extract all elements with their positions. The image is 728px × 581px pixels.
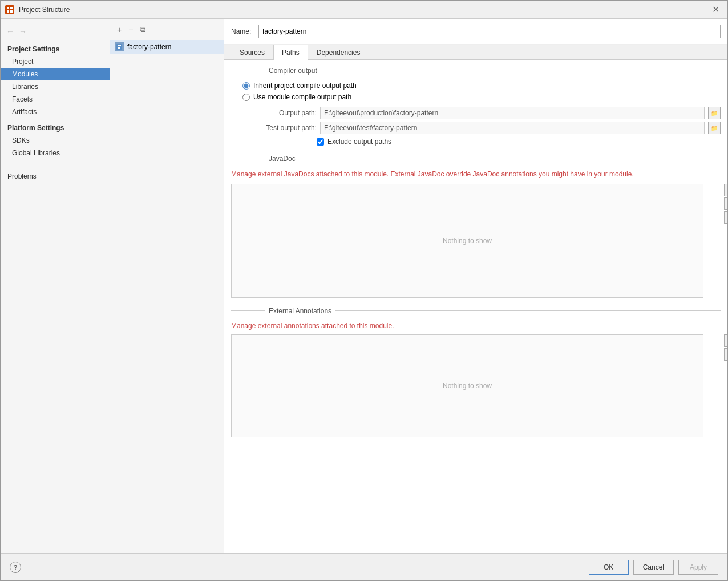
ok-button[interactable]: OK xyxy=(589,560,629,575)
titlebar: Project Structure ✕ xyxy=(1,1,727,19)
name-input[interactable] xyxy=(258,25,721,38)
remove-module-button[interactable]: − xyxy=(126,24,135,35)
panel-content: Compiler output Inherit project compile … xyxy=(224,60,727,553)
bottom-bar: ? OK Cancel Apply xyxy=(1,553,727,580)
exclude-checkbox[interactable] xyxy=(317,138,324,146)
svg-rect-2 xyxy=(7,10,9,13)
cancel-button[interactable]: Cancel xyxy=(633,560,674,575)
back-button[interactable]: ← xyxy=(5,26,15,37)
module-radio-label: Use module compile output path xyxy=(253,93,351,101)
main-content: ← → Project Settings Project Modules Lib… xyxy=(1,19,727,553)
compiler-section-title: Compiler output xyxy=(231,67,721,77)
sidebar-item-artifacts[interactable]: Artifacts xyxy=(1,106,110,118)
ext-annotations-list-wrapper: Nothing to show + − xyxy=(231,334,721,437)
javadoc-list: Nothing to show xyxy=(231,184,703,298)
svg-rect-5 xyxy=(118,45,121,46)
compiler-section: Compiler output Inherit project compile … xyxy=(231,67,721,146)
javadoc-list-wrapper: Nothing to show + +↑ − xyxy=(231,184,721,298)
compiler-radio-group: Inherit project compile output path Use … xyxy=(242,82,721,101)
svg-rect-0 xyxy=(7,7,9,9)
svg-rect-3 xyxy=(10,10,13,13)
bottom-left: ? xyxy=(10,562,21,573)
add-module-button[interactable]: + xyxy=(115,24,124,35)
tabs-bar: Sources Paths Dependencies xyxy=(224,45,727,60)
ext-annotations-section: External Annotations Manage external ann… xyxy=(231,307,721,437)
javadoc-buttons: + +↑ − xyxy=(724,184,727,224)
javadoc-empty-label: Nothing to show xyxy=(443,237,492,245)
titlebar-left: Project Structure xyxy=(5,5,70,14)
output-path-input[interactable] xyxy=(320,107,705,119)
javadoc-add-button[interactable]: + xyxy=(724,184,727,196)
platform-settings-label: Platform Settings xyxy=(1,118,110,134)
middle-toolbar: + − ⧉ xyxy=(110,23,224,40)
output-path-browse[interactable]: 📁 xyxy=(708,107,721,119)
test-output-path-row: Test output path: 📁 xyxy=(231,122,721,134)
module-radio[interactable] xyxy=(242,94,250,101)
bottom-right: OK Cancel Apply xyxy=(589,560,718,575)
javadoc-info: Manage external JavaDocs attached to thi… xyxy=(231,170,721,179)
ext-annotations-title: External Annotations xyxy=(231,307,721,317)
project-structure-window: Project Structure ✕ ← → Project Settings… xyxy=(0,0,728,581)
javadoc-section-title: JavaDoc xyxy=(231,155,721,165)
inherit-radio[interactable] xyxy=(242,82,250,90)
app-icon xyxy=(5,5,14,14)
svg-rect-1 xyxy=(10,7,13,9)
browse-icon-2: 📁 xyxy=(711,125,718,131)
ext-annotations-info: Manage external annotations attached to … xyxy=(231,322,721,330)
window-title: Project Structure xyxy=(19,6,70,14)
apply-button[interactable]: Apply xyxy=(678,560,718,575)
test-output-label: Test output path: xyxy=(242,124,317,132)
output-path-row: Output path: 📁 xyxy=(231,107,721,119)
javadoc-section: JavaDoc Manage external JavaDocs attache… xyxy=(231,155,721,298)
inherit-radio-option[interactable]: Inherit project compile output path xyxy=(242,82,721,90)
sidebar-item-sdks[interactable]: SDKs xyxy=(1,134,110,147)
sidebar-item-problems[interactable]: Problems xyxy=(1,169,110,184)
help-button[interactable]: ? xyxy=(10,562,21,573)
tab-dependencies[interactable]: Dependencies xyxy=(308,45,369,60)
ext-annotations-remove-button[interactable]: − xyxy=(724,348,727,361)
tab-sources[interactable]: Sources xyxy=(231,45,273,60)
middle-panel: + − ⧉ factory-pattern xyxy=(110,19,224,553)
nav-arrows: ← → xyxy=(1,23,110,39)
forward-button[interactable]: → xyxy=(18,26,28,37)
module-list-item[interactable]: factory-pattern xyxy=(110,40,224,54)
name-label: Name: xyxy=(231,27,254,35)
sidebar: ← → Project Settings Project Modules Lib… xyxy=(1,19,110,553)
sidebar-item-modules[interactable]: Modules xyxy=(1,68,110,80)
close-button[interactable]: ✕ xyxy=(709,3,723,16)
project-settings-label: Project Settings xyxy=(1,42,110,55)
output-path-label: Output path: xyxy=(242,109,317,117)
javadoc-remove-button[interactable]: − xyxy=(724,211,727,224)
module-radio-option[interactable]: Use module compile output path xyxy=(242,93,721,101)
ext-annotations-add-button[interactable]: + xyxy=(724,334,727,347)
right-panel: Name: Sources Paths Dependencies C xyxy=(224,19,727,553)
module-icon xyxy=(115,42,124,51)
sidebar-item-global-libraries[interactable]: Global Libraries xyxy=(1,147,110,159)
ext-annotations-list: Nothing to show xyxy=(231,334,703,437)
copy-module-button[interactable]: ⧉ xyxy=(137,23,148,35)
svg-rect-6 xyxy=(118,47,120,49)
exclude-label: Exclude output paths xyxy=(327,138,391,146)
svg-rect-4 xyxy=(116,44,122,50)
test-output-browse[interactable]: 📁 xyxy=(708,122,721,134)
sidebar-item-project[interactable]: Project xyxy=(1,55,110,68)
sidebar-item-facets[interactable]: Facets xyxy=(1,93,110,106)
test-output-input[interactable] xyxy=(320,122,705,134)
tab-paths[interactable]: Paths xyxy=(273,45,308,60)
inherit-radio-label: Inherit project compile output path xyxy=(253,82,357,90)
javadoc-add-url-button[interactable]: +↑ xyxy=(724,197,727,210)
name-row: Name: xyxy=(224,19,727,45)
ext-annotations-empty-label: Nothing to show xyxy=(443,382,492,390)
ext-annotations-buttons: + − xyxy=(724,334,727,361)
sidebar-divider xyxy=(7,164,103,164)
exclude-checkbox-row: Exclude output paths xyxy=(231,138,721,146)
module-name: factory-pattern xyxy=(127,43,171,51)
sidebar-item-libraries[interactable]: Libraries xyxy=(1,80,110,93)
add-url-icon: +↑ xyxy=(727,200,727,207)
browse-icon: 📁 xyxy=(711,110,718,116)
